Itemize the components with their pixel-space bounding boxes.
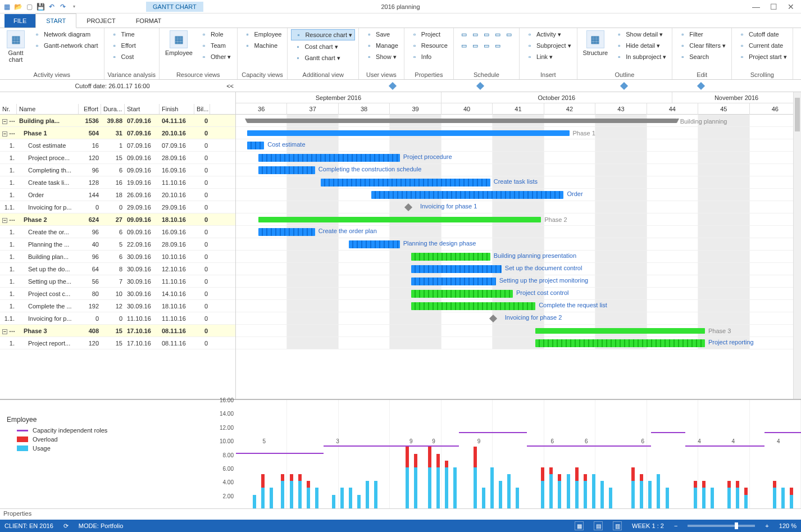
table-row[interactable]: 1.Cost estimate16107.09.1607.09.160	[0, 139, 235, 152]
ribbon-item[interactable]: ▫Gantt chart ▾	[291, 53, 355, 63]
ribbon-item[interactable]: ▫Show detail ▾	[612, 29, 668, 39]
context-tab[interactable]: GANTT CHART	[146, 2, 203, 12]
col-finish[interactable]: Finish	[160, 104, 194, 114]
gantt-bar[interactable]: Setting up the project monitoring	[411, 278, 496, 285]
ribbon-item[interactable]: ▫Cost	[108, 52, 138, 62]
ribbon-item[interactable]: ▫Subproject ▾	[523, 40, 574, 51]
gantt-row[interactable]: Invoicing for phase 2	[236, 312, 801, 325]
gantt-bar[interactable]: Project cost control	[411, 290, 513, 298]
gantt-chart[interactable]: September 2016October 2016November 2016 …	[236, 92, 801, 399]
ribbon-item[interactable]: ▫Cutoff date	[735, 29, 789, 39]
scroll-left-icon[interactable]: <<	[226, 83, 234, 89]
col-nr[interactable]: Nr.	[0, 104, 17, 114]
vertical-scrollbar[interactable]	[793, 92, 801, 399]
gantt-row[interactable]: Project reporting	[236, 337, 801, 349]
table-row[interactable]: 1.1.Invoicing for p...0029.09.1629.09.16…	[0, 201, 235, 213]
gantt-bar[interactable]: Order	[371, 191, 563, 199]
gantt-row[interactable]: Set up the document control	[236, 263, 801, 275]
gantt-row[interactable]: Cost estimate	[236, 139, 801, 152]
ribbon-item[interactable]: ▫Effort	[108, 40, 138, 51]
collapse-icon[interactable]: −	[2, 329, 7, 334]
col-duration[interactable]: Dura...	[101, 104, 125, 114]
table-row[interactable]: 1.Project cost c...801030.09.1614.10.160	[0, 288, 235, 300]
gantt-bar[interactable]: Phase 2	[258, 217, 541, 222]
table-row[interactable]: 1.1.Invoicing for p...0011.10.1611.10.16…	[0, 312, 235, 325]
milestone-icon[interactable]	[404, 203, 412, 211]
ribbon-item[interactable]: ▫Project	[408, 29, 450, 39]
maximize-icon[interactable]: ☐	[770, 2, 777, 11]
gantt-bar[interactable]: Project reporting	[535, 339, 705, 347]
table-row[interactable]: 1.Project proce...1201509.09.1628.09.160	[0, 152, 235, 164]
refresh-icon[interactable]: ⟳	[63, 522, 69, 530]
table-row[interactable]: 1.Order1441826.09.1620.10.160	[0, 189, 235, 201]
ribbon-item[interactable]: ▫Show ▾	[362, 52, 400, 62]
gantt-bar[interactable]: Create task lists	[321, 179, 490, 187]
ribbon-item[interactable]: ▫Manage	[362, 40, 400, 51]
gantt-bar[interactable]: Completing the construction schedule	[258, 166, 315, 174]
undo-icon[interactable]: ↶	[47, 2, 56, 11]
ribbon-item[interactable]: ▫Info	[408, 52, 450, 62]
table-row[interactable]: 1.Planning the ...40522.09.1628.09.160	[0, 238, 235, 251]
view-icon-1[interactable]: ▦	[575, 521, 584, 530]
ribbon-item[interactable]: ▫Filter	[676, 29, 728, 39]
collapse-icon[interactable]: −	[2, 119, 7, 124]
ribbon-big-button[interactable]: ▦Structure	[581, 29, 611, 57]
gantt-bar[interactable]: Phase 1	[247, 130, 569, 136]
properties-bar[interactable]: Properties	[0, 508, 801, 520]
ribbon-item[interactable]: ▫Activity ▾	[523, 29, 574, 39]
gantt-row[interactable]: Create the order plan	[236, 226, 801, 238]
gantt-row[interactable]: Building planning presentation	[236, 251, 801, 263]
table-row[interactable]: 1.Create task li...1281619.09.1611.10.16…	[0, 176, 235, 189]
open-icon[interactable]: 📂	[13, 2, 22, 11]
schedule-row[interactable]: ▭▭▭▭	[457, 40, 516, 51]
zoom-slider[interactable]	[688, 525, 755, 527]
gantt-row[interactable]: Setting up the project monitoring	[236, 275, 801, 288]
gantt-bar[interactable]: Set up the document control	[411, 265, 502, 273]
milestone-icon[interactable]	[489, 315, 497, 322]
ribbon-big-button[interactable]: ▦Employee	[163, 29, 195, 57]
ribbon-item[interactable]: ▫Role	[197, 29, 234, 39]
ribbon-item[interactable]: ▫Resource chart ▾	[291, 29, 355, 40]
ribbon-item[interactable]: ▫Employee	[241, 29, 284, 39]
table-row[interactable]: −1.1Building pla...153639.8807.09.1604.1…	[0, 115, 235, 127]
ribbon-item[interactable]: ▫Project start ▾	[735, 52, 789, 62]
gantt-bar[interactable]: Phase 3	[535, 328, 705, 334]
tab-project[interactable]: PROJECT	[76, 14, 125, 28]
ribbon-item[interactable]: ▫Save	[362, 29, 400, 39]
resource-plot-area[interactable]: 2.004.006.008.0010.0012.0014.0016.00 539…	[236, 400, 801, 508]
ribbon-item[interactable]: ▫Machine	[241, 40, 284, 51]
table-row[interactable]: 1.Complete the ...1921230.09.1618.10.160	[0, 300, 235, 312]
ribbon-item[interactable]: ▫Search	[676, 52, 728, 62]
collapse-icon[interactable]: −	[2, 131, 7, 137]
table-row[interactable]: 1.Completing th...96609.09.1616.09.160	[0, 164, 235, 176]
zoom-in-icon[interactable]: +	[765, 522, 768, 529]
gantt-row[interactable]: Project procedure	[236, 152, 801, 164]
gantt-bar[interactable]: Complete the request list	[411, 302, 535, 310]
col-effort[interactable]: Effort	[79, 104, 101, 114]
collapse-icon[interactable]: −	[2, 218, 7, 223]
gantt-row[interactable]: Order	[236, 189, 801, 201]
col-name[interactable]: Name	[17, 104, 79, 114]
ribbon-item[interactable]: ▫Other ▾	[197, 52, 234, 62]
ribbon-item[interactable]: ▫Link ▾	[523, 52, 574, 62]
app-icon[interactable]: ▦	[2, 2, 11, 11]
ribbon-item[interactable]: ▫Clear filters ▾	[676, 40, 728, 51]
gantt-bar[interactable]: Building planning	[247, 119, 677, 123]
table-row[interactable]: −1.1.Phase 34081517.10.1608.11.160	[0, 325, 235, 337]
minimize-icon[interactable]: —	[752, 2, 760, 11]
save-icon[interactable]: 💾	[36, 2, 45, 11]
redo-icon[interactable]: ↷	[58, 2, 67, 11]
view-icon-3[interactable]: ▥	[613, 521, 622, 530]
table-row[interactable]: −1.1.Phase 26242709.09.1618.10.160	[0, 213, 235, 226]
table-row[interactable]: 1.Building plan...96630.09.1610.10.160	[0, 251, 235, 263]
gantt-row[interactable]: Create task lists	[236, 176, 801, 189]
close-icon[interactable]: ✕	[788, 2, 794, 11]
gantt-row[interactable]: Phase 3	[236, 325, 801, 337]
ribbon-item[interactable]: ▫In subproject ▾	[612, 52, 668, 62]
gantt-bar[interactable]: Project procedure	[258, 154, 400, 162]
ribbon-item[interactable]: ▫Network diagram	[30, 29, 101, 39]
ribbon-item[interactable]: ▫Time	[108, 29, 138, 39]
gantt-bar[interactable]: Cost estimate	[247, 142, 264, 149]
gantt-row[interactable]: Building planning	[236, 115, 801, 127]
table-row[interactable]: −1.1.Phase 15043107.09.1620.10.160	[0, 127, 235, 139]
